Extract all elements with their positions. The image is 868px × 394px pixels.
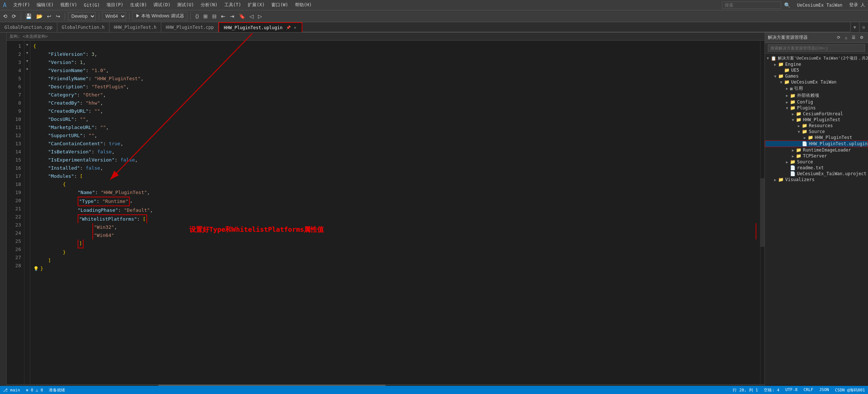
menu-help[interactable]: 帮助(H) — [292, 1, 315, 9]
menu-analyze[interactable]: 分析(N) — [198, 1, 221, 9]
lightbulb-icon[interactable]: 💡 — [33, 265, 39, 273]
toolbar-back-btn[interactable]: ⟲ — [1, 13, 9, 20]
expand-icon[interactable]: ▼ — [765, 56, 771, 60]
expand-icon[interactable]: ▶ — [790, 148, 796, 152]
toolbar-redo-btn[interactable]: ↪ — [54, 13, 62, 20]
menu-extensions[interactable]: 扩展(X) — [245, 1, 268, 9]
tree-plugins[interactable]: ▼ 📁 Plugins — [765, 105, 868, 111]
tab-globalfunction-cpp[interactable]: GlobalFunction.cpp — [0, 22, 57, 32]
menu-tools[interactable]: 工具(T) — [221, 1, 244, 9]
expand-icon[interactable]: ▶ — [784, 94, 790, 98]
tree-external-deps[interactable]: ▶ 📁 外部依赖项 — [765, 92, 868, 99]
menu-git[interactable]: Git(G) — [81, 2, 103, 9]
toolbar-icon-5[interactable]: ⇥ — [228, 13, 236, 20]
tree-solution-root[interactable]: ▼ 📋 解决方案'UeCesiumEx TaiWan'(2个项目，共2个 — [765, 55, 868, 61]
toolbar-bookmark[interactable]: 🔖 — [237, 13, 247, 20]
panel-filter-btn[interactable]: ☰ — [850, 34, 857, 41]
code-line-24: "Win64" — [33, 231, 757, 240]
search-input[interactable] — [722, 1, 781, 9]
tree-uproject[interactable]: 📄 UeCesiumEx_TaiWan.uproject — [765, 171, 868, 177]
tab-pin-icon: 📌 — [286, 26, 291, 30]
tree-label: UE5 — [791, 68, 799, 73]
tab-close-button[interactable]: ✕ — [293, 25, 297, 30]
panel-header-buttons: ⟳ ⌂ ☰ ⚙ — [835, 34, 865, 41]
tree-runtime-image[interactable]: ▶ 📁 RuntimeImageLoader — [765, 147, 868, 153]
tree-hhw-plugin[interactable]: ▼ 📁 HHW_PluginTest — [765, 117, 868, 123]
tab-hhw-plugintest-uplugin[interactable]: HHW_PluginTest.uplugin 📌 ✕ — [218, 22, 302, 32]
tree-references[interactable]: ▶ ■ 引用 — [765, 85, 868, 92]
tree-ue5[interactable]: 📁 UE5 — [765, 67, 868, 73]
tree-games[interactable]: ▼ 📁 Games — [765, 73, 868, 79]
tree-config[interactable]: ▶ 📁 Config — [765, 99, 868, 105]
expand-icon[interactable]: ▶ — [772, 178, 778, 182]
menu-edit[interactable]: 编辑(E) — [34, 1, 57, 9]
menu-build[interactable]: 生成(B) — [127, 1, 150, 9]
expand-icon[interactable]: ▶ — [772, 62, 778, 67]
toolbar-forward-btn[interactable]: ⟳ — [10, 13, 18, 20]
tree-visualizers[interactable]: ▶ 📁 Visualizers — [765, 177, 868, 183]
status-spaces: 空格: 4 — [764, 387, 779, 393]
tree-readme[interactable]: 📄 readme.txt — [765, 165, 868, 171]
toolbar-icon-6[interactable]: ◁ — [248, 13, 255, 20]
toolbar-icon-3[interactable]: ⊟ — [211, 13, 218, 20]
tab-hhw-plugintest-h[interactable]: HHW_PluginTest.h — [109, 22, 162, 32]
solution-tree: ▼ 📋 解决方案'UeCesiumEx TaiWan'(2个项目，共2个 ▶ 📁… — [765, 54, 868, 386]
menu-test[interactable]: 测试(U) — [174, 1, 197, 9]
toolbar-icon-1[interactable]: ⟨⟩ — [194, 13, 200, 20]
code-line-13: "CanContainContent": true, — [33, 140, 757, 148]
expand-icon[interactable]: ▼ — [796, 130, 802, 134]
status-ready: 准备就绪 — [49, 387, 65, 393]
tree-tcp-server[interactable]: ▶ 📁 TCPServer — [765, 153, 868, 159]
menu-file[interactable]: 文件(F) — [10, 1, 33, 9]
menu-debug[interactable]: 调试(D) — [150, 1, 173, 9]
tree-resources[interactable]: ▶ 📁 Resources — [765, 123, 868, 129]
tree-label: TCPServer — [803, 153, 827, 159]
code-line-9: "CreatedByURL": "", — [33, 107, 757, 115]
toolbar-undo-btn[interactable]: ↩ — [45, 13, 53, 20]
expand-icon[interactable]: ▶ — [784, 86, 790, 91]
toolbar-save-btn[interactable]: 💾 — [24, 13, 33, 20]
code-line-5: "FriendlyName": "HHW_PluginTest", — [33, 75, 757, 83]
tree-engine[interactable]: ▶ 📁 Engine — [765, 61, 868, 67]
platform-dropdown[interactable]: Win64 — [102, 12, 126, 20]
toolbar-icon-7[interactable]: ▷ — [257, 13, 264, 20]
panel-sync-btn[interactable]: ⟳ — [835, 34, 842, 41]
tab-label: GlobalFunction.cpp — [4, 25, 52, 30]
menu-window[interactable]: 窗口(W) — [268, 1, 291, 9]
expand-icon[interactable]: ▼ — [772, 74, 778, 78]
menu-view[interactable]: 视图(V) — [57, 1, 80, 9]
tab-hhw-plugintest-cpp[interactable]: HHW_PluginTest.cpp — [161, 22, 218, 32]
panel-home-btn[interactable]: ⌂ — [843, 34, 849, 41]
tree-uplugin-file[interactable]: 📄 HHW_PluginTest.uplugin — [765, 140, 868, 147]
scroll-thumb[interactable] — [760, 178, 764, 247]
user-label[interactable]: UeCesiumEx TaiWan — [797, 3, 842, 8]
expand-icon[interactable]: ▶ — [796, 124, 802, 128]
tree-hhw-source[interactable]: ▶ 📁 HHW_PluginTest — [765, 135, 868, 140]
expand-icon[interactable]: ▶ — [790, 154, 796, 158]
toolbar-icon-2[interactable]: ⊞ — [202, 13, 209, 20]
login-button[interactable]: 登录 人 — [849, 2, 865, 8]
settings-button[interactable]: ⚙ — [859, 22, 868, 32]
tree-source-plugin[interactable]: ▼ 📁 Source — [765, 129, 868, 135]
tree-cesium[interactable]: ▶ 📁 CesiumForUnreal — [765, 111, 868, 117]
menu-project[interactable]: 项目(P) — [104, 1, 126, 9]
run-button[interactable]: ▶ 本地 Windows 调试器 — [132, 12, 187, 20]
expand-icon[interactable]: ▼ — [784, 106, 790, 110]
panel-settings-btn[interactable]: ⚙ — [858, 34, 865, 41]
solution-search-input[interactable] — [768, 44, 865, 52]
tab-overflow[interactable]: ▼ — [850, 22, 859, 32]
profile-dropdown[interactable]: Develop — [68, 12, 96, 20]
expand-icon[interactable]: ▶ — [802, 136, 808, 140]
expand-icon[interactable]: ▼ — [778, 80, 784, 84]
code-area[interactable]: { "FileVersion": 3, "Version": 1, "Versi… — [30, 41, 760, 384]
toolbar-open-btn[interactable]: 📂 — [35, 13, 44, 20]
expand-icon[interactable]: ▶ — [784, 160, 790, 164]
expand-icon[interactable]: ▶ — [790, 112, 796, 116]
expand-icon[interactable]: ▶ — [784, 100, 790, 104]
expand-icon[interactable]: ▼ — [790, 118, 796, 122]
toolbar-icon-4[interactable]: ⇤ — [220, 13, 227, 20]
tree-label: RuntimeImageLoader — [803, 147, 851, 153]
tab-globalfunction-h[interactable]: GlobalFunction.h — [57, 22, 109, 32]
tree-source-project[interactable]: ▶ 📁 Source — [765, 159, 868, 165]
tree-project[interactable]: ▼ 📁 UeCesiumEx TaiWan — [765, 79, 868, 85]
